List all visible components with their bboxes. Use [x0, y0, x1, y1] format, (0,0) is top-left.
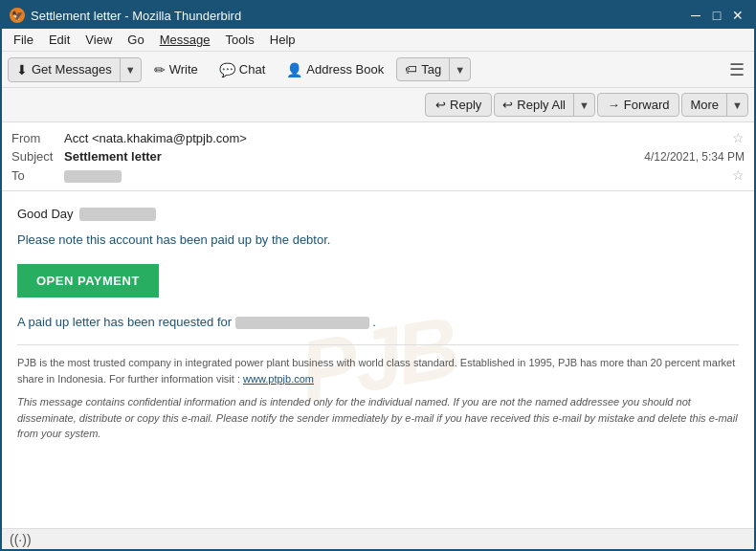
footer-link[interactable]: www.ptpjb.com	[243, 373, 314, 385]
menu-edit[interactable]: Edit	[41, 31, 78, 49]
tag-split-btn: 🏷 Tag ▼	[396, 57, 471, 81]
status-signal-icon: ((·))	[10, 532, 32, 547]
menu-go[interactable]: Go	[120, 31, 151, 49]
to-star-icon[interactable]: ☆	[732, 167, 745, 183]
subject-label: Subject	[11, 149, 64, 164]
get-messages-dropdown-arrow[interactable]: ▼	[121, 60, 141, 79]
maximize-button[interactable]: □	[708, 7, 725, 24]
menu-file[interactable]: File	[6, 31, 41, 49]
reply-icon: ↩	[435, 98, 446, 112]
subject-row: Subject Settlement letter 4/12/2021, 5:3…	[11, 147, 745, 165]
address-book-icon: 👤	[286, 62, 302, 77]
reply-label: Reply	[450, 98, 481, 112]
main-window: 🦅 Settlement letter - Mozilla Thunderbir…	[0, 0, 756, 551]
from-label: From	[11, 131, 64, 145]
action-bar: ↩ Reply ↩ Reply All ▼ → Forward More ▼	[2, 88, 754, 122]
title-bar: 🦅 Settlement letter - Mozilla Thunderbir…	[2, 2, 754, 29]
more-split-btn: More ▼	[681, 93, 748, 117]
chat-button[interactable]: 💬 Chat	[211, 57, 274, 82]
forward-icon: →	[608, 98, 620, 112]
tag-dropdown-arrow[interactable]: ▼	[450, 60, 470, 79]
note-text: Please note this account has been paid u…	[17, 232, 739, 247]
to-row: To ☆	[11, 165, 745, 185]
email-content: Good Day Please note this account has be…	[17, 207, 739, 442]
menu-bar: File Edit View Go Message Tools Help	[2, 29, 754, 52]
reply-button[interactable]: ↩ Reply	[425, 93, 492, 117]
menu-tools[interactable]: Tools	[217, 31, 261, 49]
email-body: PJB Good Day Please note this account ha…	[2, 191, 754, 528]
reply-all-label: Reply All	[517, 98, 566, 112]
title-bar-left: 🦅 Settlement letter - Mozilla Thunderbir…	[10, 8, 241, 23]
address-book-label: Address Book	[306, 62, 384, 77]
tag-button[interactable]: 🏷 Tag	[397, 58, 450, 80]
close-button[interactable]: ✕	[729, 7, 746, 24]
title-bar-controls: ─ □ ✕	[687, 7, 746, 24]
more-label: More	[690, 98, 719, 112]
footer-text-2: This message contains confidential infor…	[17, 394, 739, 442]
subject-value: Settlement letter	[64, 149, 644, 164]
divider-line	[17, 344, 739, 345]
forward-button[interactable]: → Forward	[597, 93, 680, 117]
reply-all-dropdown-arrow[interactable]: ▼	[574, 96, 594, 115]
open-payment-button[interactable]: OPEN PAYMENT	[17, 264, 159, 298]
to-label: To	[11, 168, 64, 183]
write-label: Write	[169, 62, 198, 77]
from-row: From Acct <nata.khakima@ptpjb.com> ☆	[11, 128, 745, 147]
menu-message[interactable]: Message	[152, 31, 218, 49]
menu-help[interactable]: Help	[262, 31, 303, 49]
get-messages-label: Get Messages	[32, 62, 112, 77]
paid-letter-text: A paid up letter has been requested for …	[17, 315, 739, 329]
chat-label: Chat	[239, 62, 265, 77]
from-value: Acct <nata.khakima@ptpjb.com>	[64, 131, 728, 145]
get-messages-icon: ⬇	[16, 62, 28, 77]
footer-text-1: PJB is the most trusted company in integ…	[17, 355, 739, 386]
email-header: From Acct <nata.khakima@ptpjb.com> ☆ Sub…	[2, 122, 754, 191]
to-blurred	[64, 170, 122, 183]
toolbar: ⬇ Get Messages ▼ ✏ Write 💬 Chat 👤 Addres…	[2, 52, 754, 88]
get-messages-button[interactable]: ⬇ Get Messages	[9, 58, 121, 81]
greeting-text: Good Day	[17, 207, 739, 221]
to-value	[64, 167, 728, 182]
more-dropdown-arrow[interactable]: ▼	[727, 96, 747, 115]
paid-recipient-blurred	[235, 317, 369, 329]
tag-label: Tag	[421, 62, 441, 77]
hamburger-menu-icon[interactable]: ☰	[725, 55, 748, 84]
write-button[interactable]: ✏ Write	[145, 57, 207, 82]
from-star-icon[interactable]: ☆	[732, 130, 745, 145]
status-bar: ((·))	[2, 528, 754, 549]
more-button[interactable]: More	[682, 94, 727, 116]
reply-all-icon: ↩	[502, 98, 513, 112]
email-date: 4/12/2021, 5:34 PM	[644, 150, 745, 164]
chat-icon: 💬	[219, 62, 235, 77]
reply-all-split-btn: ↩ Reply All ▼	[494, 93, 594, 117]
app-icon: 🦅	[10, 8, 25, 23]
address-book-button[interactable]: 👤 Address Book	[278, 57, 392, 82]
window-title: Settlement letter - Mozilla Thunderbird	[31, 9, 241, 23]
menu-view[interactable]: View	[78, 31, 120, 49]
write-icon: ✏	[154, 62, 166, 77]
recipient-blurred	[79, 208, 156, 221]
tag-icon: 🏷	[405, 62, 417, 77]
reply-all-button[interactable]: ↩ Reply All	[495, 94, 574, 116]
forward-label: Forward	[624, 98, 670, 112]
minimize-button[interactable]: ─	[687, 7, 704, 24]
get-messages-split-btn: ⬇ Get Messages ▼	[8, 57, 142, 82]
